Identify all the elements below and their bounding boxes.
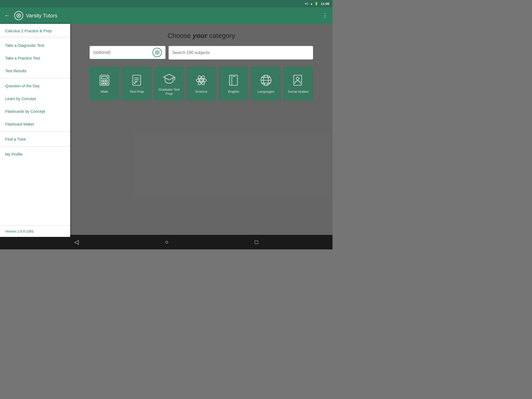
sidebar-item-practice[interactable]: Take a Practice Test	[0, 52, 70, 64]
sidebar-divider-2	[0, 78, 70, 78]
search-input-wrap	[169, 46, 313, 59]
book-icon	[227, 74, 240, 87]
category-card-test-prep[interactable]: Test Prep	[122, 67, 151, 101]
svg-rect-11	[106, 83, 108, 84]
svg-point-30	[296, 77, 299, 80]
nav-back-button[interactable]: ◁	[74, 239, 79, 245]
app-logo	[14, 11, 23, 20]
signal-bars-icon: ▲	[310, 2, 313, 5]
category-card-languages[interactable]: Languages	[251, 67, 281, 101]
sidebar-version: Version 1.6.8 (180)	[0, 225, 70, 237]
main-layout: Calculus 2 Practice & Prep Take a Diagno…	[0, 24, 332, 237]
camera-icon-button[interactable]	[152, 48, 162, 57]
sidebar-divider-3	[0, 131, 70, 132]
svg-point-2	[18, 15, 19, 16]
category-label-social-studies: Social studies	[288, 90, 309, 94]
graduation-icon	[162, 71, 176, 85]
title-prefix: Choose	[168, 32, 193, 39]
svg-point-3	[156, 52, 158, 53]
sidebar-divider-1	[0, 38, 70, 38]
nav-recents-button[interactable]: □	[255, 239, 258, 245]
sidebar-item-flashcards[interactable]: Flashcards by Concept	[0, 105, 70, 118]
category-label-english: English	[228, 90, 239, 94]
search-input[interactable]	[172, 50, 309, 55]
category-card-social-studies[interactable]: Social studies	[283, 67, 313, 101]
atom-icon	[195, 74, 208, 87]
category-grid: Math Test Prep G	[90, 67, 313, 101]
category-label-test-prep: Test Prep	[130, 90, 144, 94]
category-label-languages: Languages	[257, 90, 274, 94]
sidebar: Calculus 2 Practice & Prep Take a Diagno…	[0, 24, 70, 237]
category-card-science[interactable]: Science	[187, 67, 216, 101]
sidebar-item-results[interactable]: Test Results	[0, 64, 70, 77]
sidebar-item-tutor[interactable]: Find a Tutor	[0, 133, 70, 145]
search-row	[90, 46, 313, 59]
app-title: Varsity Tutors	[26, 13, 322, 19]
sidebar-item-diagnostic[interactable]: Take a Diagnostic Test	[0, 39, 70, 52]
signal-icon: 4G	[305, 2, 309, 5]
time-display: 11:06	[321, 2, 329, 6]
title-italic: your	[193, 32, 207, 39]
category-label-grad-test-prep: Graduate Test Prep	[154, 88, 184, 96]
category-label-science: Science	[195, 90, 207, 94]
svg-rect-12	[133, 75, 141, 85]
sidebar-divider-4	[0, 147, 70, 147]
nav-home-button[interactable]: ○	[165, 239, 168, 245]
nav-bar: ◁ ○ □	[0, 235, 332, 249]
sidebar-item-profile[interactable]: My Profile	[0, 148, 70, 161]
back-button[interactable]: ←	[4, 12, 10, 19]
sidebar-header: Calculus 2 Practice & Prep	[0, 24, 70, 37]
svg-rect-7	[104, 80, 105, 82]
person-book-icon	[291, 74, 305, 87]
globe-icon	[259, 74, 273, 87]
category-card-math[interactable]: Math	[90, 67, 119, 101]
sidebar-item-qotd[interactable]: Question of the Day	[0, 79, 70, 92]
svg-point-18	[200, 79, 203, 82]
status-bar: 4G ▲ 🔋 11:06	[0, 0, 332, 7]
optional-input-wrap	[90, 46, 165, 59]
choose-category-title: Choose your category	[168, 32, 235, 40]
category-card-english[interactable]: English	[219, 67, 248, 101]
optional-input[interactable]	[93, 50, 152, 55]
sidebar-item-learn[interactable]: Learn by Concept	[0, 92, 70, 105]
svg-rect-9	[101, 83, 103, 84]
svg-rect-10	[104, 83, 105, 84]
title-suffix: category	[207, 32, 235, 39]
content-area: Choose your category	[70, 24, 332, 237]
calculator-icon	[98, 74, 111, 87]
svg-rect-8	[106, 80, 108, 82]
sidebar-subject: Calculus 2 Practice & Prep	[5, 29, 51, 33]
checklist-icon	[130, 74, 143, 87]
category-card-grad-test-prep[interactable]: Graduate Test Prep	[154, 67, 184, 101]
svg-rect-6	[101, 80, 103, 82]
sidebar-item-flashcard-maker[interactable]: Flashcard Maker	[0, 118, 70, 130]
category-label-math: Math	[101, 90, 108, 94]
more-options-button[interactable]: ⋮	[322, 12, 328, 19]
battery-icon: 🔋	[315, 2, 318, 5]
svg-rect-5	[101, 77, 108, 79]
app-bar: ← Varsity Tutors ⋮	[0, 7, 332, 24]
